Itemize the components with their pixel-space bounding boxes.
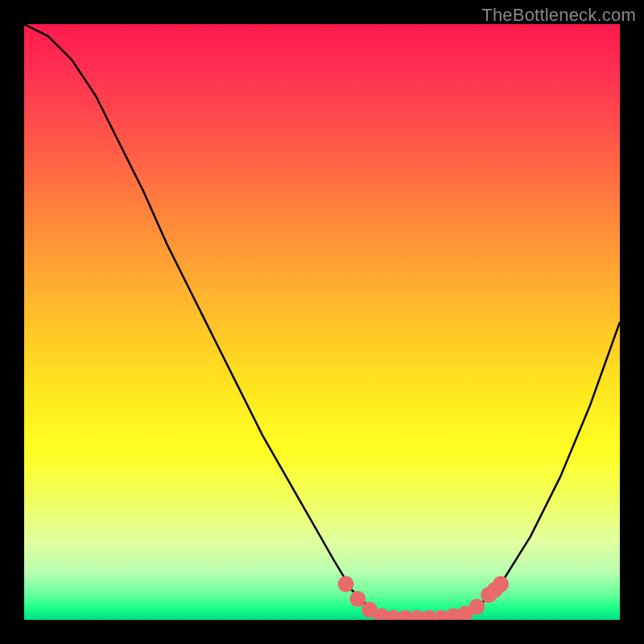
bottleneck-curve: [24, 24, 620, 620]
chart-container: TheBottleneck.com: [0, 0, 644, 644]
highlight-point: [338, 576, 354, 592]
plot-area: [24, 24, 620, 620]
chart-svg: [24, 24, 620, 620]
highlight-point: [469, 599, 485, 615]
highlight-point: [493, 576, 509, 592]
highlight-point: [349, 591, 365, 607]
highlight-points: [338, 576, 509, 620]
watermark-label: TheBottleneck.com: [481, 5, 636, 26]
